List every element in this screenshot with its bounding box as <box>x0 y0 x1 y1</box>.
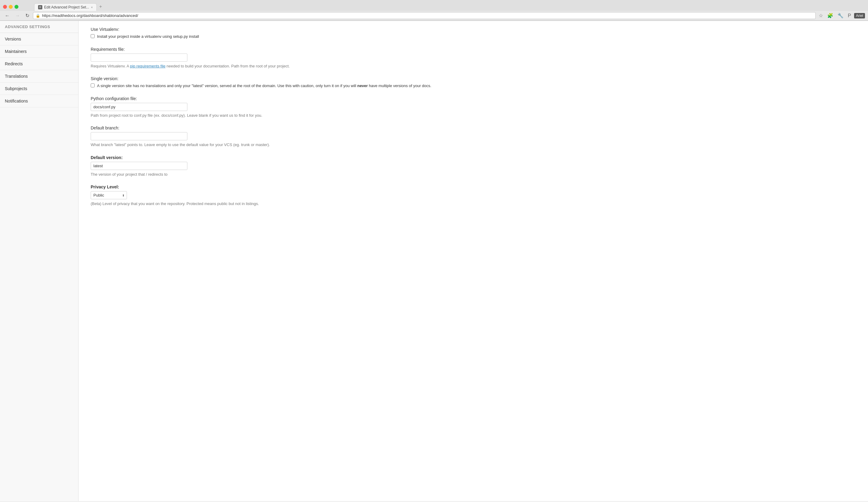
requirements-file-help: Requires Virtualenv. A pip requirements … <box>91 63 856 69</box>
requirements-file-label: Requirements file: <box>91 47 856 52</box>
extension2-icon[interactable]: 🔧 <box>836 12 845 19</box>
python-config-section: Python configuration file: Path from pro… <box>91 96 856 119</box>
forward-button[interactable]: → <box>13 12 22 19</box>
default-branch-label: Default branch: <box>91 125 856 130</box>
browser-chrome: R Edit Advanced Project Set... × + ← → ↻… <box>0 0 868 21</box>
single-version-row: A single version site has no translation… <box>91 83 856 89</box>
single-version-section: Single version: A single version site ha… <box>91 76 856 89</box>
new-tab-button[interactable]: + <box>97 2 104 11</box>
default-branch-help: What branch "latest" points to. Leave em… <box>91 142 856 148</box>
python-config-input[interactable] <box>91 103 187 111</box>
page-layout: Advanced Settings Versions Maintainers R… <box>0 21 868 501</box>
browser-toolbar: ← → ↻ 🔒 https://readthedocs.org/dashboar… <box>0 11 868 21</box>
use-virtualenv-row: Install your project inside a virtualenv… <box>91 33 856 40</box>
use-virtualenv-label: Use Virtualenv: <box>91 27 856 32</box>
sidebar-item-notifications[interactable]: Notifications <box>0 95 78 107</box>
refresh-button[interactable]: ↻ <box>23 12 31 19</box>
sidebar-item-redirects[interactable]: Redirects <box>0 58 78 70</box>
privacy-level-select[interactable]: Public Private Protected <box>91 191 127 199</box>
ssl-lock-icon: 🔒 <box>36 13 40 18</box>
default-version-label: Default version: <box>91 155 856 160</box>
default-branch-section: Default branch: What branch "latest" poi… <box>91 125 856 148</box>
requirements-help-prefix: Requires Virtualenv. A <box>91 64 129 68</box>
single-version-checkbox[interactable] <box>91 83 95 88</box>
sidebar-item-maintainers[interactable]: Maintainers <box>0 45 78 58</box>
requirements-help-suffix: needed to build your documentation. Path… <box>166 64 290 68</box>
extension3-icon[interactable]: P <box>847 12 852 19</box>
python-config-label: Python configuration file: <box>91 96 856 101</box>
use-virtualenv-section: Use Virtualenv: Install your project ins… <box>91 27 856 40</box>
window-controls <box>3 5 19 9</box>
tab-favicon: R <box>38 5 42 9</box>
user-badge[interactable]: Ariel <box>854 13 865 19</box>
minimize-window-button[interactable] <box>9 5 13 9</box>
toolbar-actions: ☆ 🧩 🔧 P Ariel <box>817 12 865 19</box>
use-virtualenv-checkbox-label: Install your project inside a virtualenv… <box>97 33 199 40</box>
sidebar-item-versions[interactable]: Versions <box>0 33 78 45</box>
close-window-button[interactable] <box>3 5 7 9</box>
active-tab[interactable]: R Edit Advanced Project Set... × <box>34 3 97 11</box>
default-version-section: Default version: The version of your pro… <box>91 155 856 177</box>
default-version-help: The version of your project that / redir… <box>91 172 856 177</box>
tab-close-button[interactable]: × <box>91 6 93 9</box>
maximize-window-button[interactable] <box>14 5 19 9</box>
use-virtualenv-checkbox[interactable] <box>91 34 95 38</box>
url-text: https://readthedocs.org/dashboard/shablo… <box>42 13 813 18</box>
tab-bar: R Edit Advanced Project Set... × + <box>31 2 107 11</box>
default-branch-input[interactable] <box>91 132 187 140</box>
privacy-level-label: Privacy Level: <box>91 184 856 189</box>
sidebar-item-subprojects[interactable]: Subprojects <box>0 83 78 95</box>
address-bar[interactable]: 🔒 https://readthedocs.org/dashboard/shab… <box>33 12 816 19</box>
main-content: Use Virtualenv: Install your project ins… <box>79 21 868 501</box>
requirements-help-link[interactable]: pip requirements file <box>130 64 165 68</box>
default-version-input[interactable] <box>91 162 187 170</box>
requirements-file-input[interactable] <box>91 53 187 62</box>
single-version-checkbox-label: A single version site has no translation… <box>97 83 431 89</box>
title-bar: R Edit Advanced Project Set... × + <box>0 0 868 11</box>
sidebar-item-translations[interactable]: Translations <box>0 70 78 83</box>
sidebar: Advanced Settings Versions Maintainers R… <box>0 21 79 501</box>
extension-icon[interactable]: 🧩 <box>826 12 835 19</box>
requirements-file-section: Requirements file: Requires Virtualenv. … <box>91 47 856 69</box>
sidebar-header: Advanced Settings <box>0 21 78 33</box>
python-config-help: Path from project root to conf.py file (… <box>91 113 856 119</box>
privacy-level-wrapper: Public Private Protected ⬍ <box>91 191 127 199</box>
tab-title: Edit Advanced Project Set... <box>44 5 89 9</box>
privacy-level-section: Privacy Level: Public Private Protected … <box>91 184 856 207</box>
bookmark-icon[interactable]: ☆ <box>817 12 824 19</box>
single-version-never: never <box>357 83 368 88</box>
single-version-label: Single version: <box>91 76 856 81</box>
privacy-level-help: (Beta) Level of privacy that you want on… <box>91 201 856 207</box>
back-button[interactable]: ← <box>3 12 11 19</box>
